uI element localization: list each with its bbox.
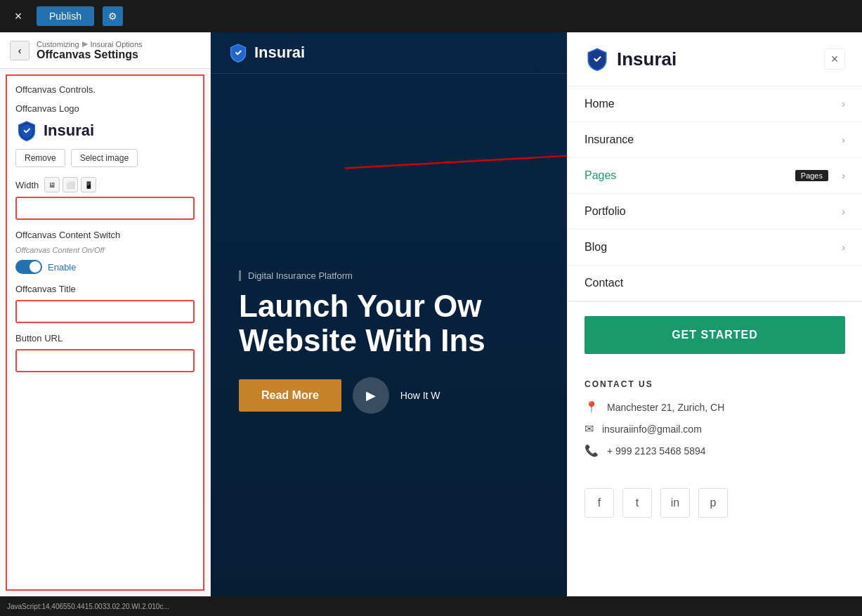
breadcrumb: Customizing ▶ Insurai Options <box>37 39 143 48</box>
contact-address-row: 📍 Manchester 21, Zurich, CH <box>585 400 845 414</box>
nav-list: Home › Insurance › Pages Pages › Portfol… <box>568 86 862 302</box>
right-panel: Insurai × Home › Insurance › Pages Pages… <box>567 32 862 596</box>
right-header: Insurai × <box>568 32 862 86</box>
publish-button[interactable]: Publish <box>37 6 94 26</box>
nav-item-blog[interactable]: Blog › <box>568 230 862 266</box>
left-header-text: Customizing ▶ Insurai Options Offcanvas … <box>37 39 143 61</box>
right-close-button[interactable]: × <box>824 48 845 70</box>
width-desktop-icon[interactable]: 🖥 <box>44 177 60 192</box>
logo-btn-group: Remove Select image <box>15 149 195 167</box>
main-layout: ‹ Customizing ▶ Insurai Options Offcanva… <box>0 32 862 596</box>
play-button[interactable]: ▶ <box>353 377 389 414</box>
nav-item-pages[interactable]: Pages Pages › <box>568 158 862 194</box>
nav-item-home[interactable]: Home › <box>568 86 862 122</box>
width-label: Width 🖥 ⬜ 📱 <box>15 177 195 192</box>
back-button[interactable]: ‹ <box>10 41 30 60</box>
chevron-right-icon: › <box>842 206 845 217</box>
location-icon: 📍 <box>585 400 599 414</box>
logo-text: Insurai <box>44 122 94 140</box>
bottom-bar: JavaScript:14,406550.4415.0033.02.20.WI.… <box>0 596 862 616</box>
contact-title: CONTACT US <box>585 379 845 389</box>
width-icons: 🖥 ⬜ 📱 <box>44 177 96 192</box>
chevron-right-icon: › <box>842 170 845 181</box>
how-it-works-label: How It W <box>400 390 440 401</box>
logo-shield-icon <box>15 119 38 142</box>
logo-preview: Insurai <box>15 119 195 142</box>
nav-item-insurance[interactable]: Insurance › <box>568 122 862 158</box>
remove-image-button[interactable]: Remove <box>15 149 65 167</box>
preview-hero: Digital Insurance Platform Launch Your O… <box>211 74 567 596</box>
preview-background: Insurai Digital Insurance Platform Launc… <box>211 32 567 596</box>
preview-header: Insurai <box>211 32 567 74</box>
left-panel: ‹ Customizing ▶ Insurai Options Offcanva… <box>0 32 211 596</box>
left-header: ‹ Customizing ▶ Insurai Options Offcanva… <box>0 32 210 69</box>
twitter-button[interactable]: t <box>622 488 652 518</box>
publish-gear-button[interactable]: ⚙ <box>103 6 123 26</box>
top-bar: × Publish ⚙ <box>0 0 862 32</box>
facebook-button[interactable]: f <box>585 488 614 518</box>
phone-icon: 📞 <box>585 444 599 457</box>
toggle-row: Enable <box>15 260 195 274</box>
controls-panel: Offcanvas Controls. Offcanvas Logo Insur… <box>6 74 204 591</box>
back-icon: ‹ <box>18 45 22 56</box>
width-mobile-icon[interactable]: 📱 <box>81 177 96 192</box>
logo-field-label: Offcanvas Logo <box>15 103 195 114</box>
preview-logo-shield-icon <box>228 42 249 63</box>
controls-label: Offcanvas Controls. <box>15 84 195 95</box>
button-url-input[interactable]: # <box>15 349 195 372</box>
content-switch-toggle[interactable] <box>15 260 42 274</box>
content-switch-label: Offcanvas Content Switch <box>15 230 195 240</box>
preview-logo: Insurai <box>228 42 305 63</box>
center-preview: Insurai Digital Insurance Platform Launc… <box>211 32 567 596</box>
chevron-right-icon: › <box>842 134 845 145</box>
toggle-label: Enable <box>48 262 76 273</box>
top-bar-close-btn[interactable]: × <box>8 6 28 26</box>
pinterest-button[interactable]: p <box>698 488 728 518</box>
chevron-right-icon: › <box>842 242 845 253</box>
email-icon: ✉ <box>585 422 594 435</box>
offcanvas-title-input[interactable]: Get Started <box>15 300 195 323</box>
get-started-button[interactable]: GET STARTED <box>585 316 845 354</box>
preview-logo-text: Insurai <box>254 44 305 62</box>
preview-subtitle: Digital Insurance Platform <box>239 270 539 281</box>
section-title: Offcanvas Settings <box>37 48 143 61</box>
contact-phone-row: 📞 + 999 2123 5468 5894 <box>585 444 845 457</box>
right-logo-shield-icon <box>585 46 610 72</box>
contact-section: CONTACT US 📍 Manchester 21, Zurich, CH ✉… <box>568 368 862 477</box>
nav-item-contact[interactable]: Contact <box>568 266 862 301</box>
width-tablet-icon[interactable]: ⬜ <box>63 177 78 192</box>
right-logo: Insurai <box>585 46 677 72</box>
pages-badge: Pages <box>795 170 828 181</box>
gear-icon: ⚙ <box>108 11 117 22</box>
content-switch-sublabel: Offcanvas Content On/Off <box>15 246 195 254</box>
chevron-right-icon: › <box>842 98 845 110</box>
button-url-label: Button URL <box>15 333 195 343</box>
social-row: f t in p <box>568 477 862 529</box>
width-input[interactable]: 138px <box>15 197 195 220</box>
instagram-button[interactable]: in <box>660 488 690 518</box>
breadcrumb-arrow-icon: ▶ <box>82 39 88 48</box>
read-more-button[interactable]: Read More <box>239 379 341 412</box>
offcanvas-title-label: Offcanvas Title <box>15 284 195 294</box>
right-logo-text: Insurai <box>617 48 677 70</box>
toggle-thumb <box>30 261 41 273</box>
preview-title: Launch Your Ow Website With Ins <box>239 289 539 358</box>
nav-item-portfolio[interactable]: Portfolio › <box>568 194 862 230</box>
select-image-button[interactable]: Select image <box>71 149 138 167</box>
bottom-status-text: JavaScript:14,406550.4415.0033.02.20.WI.… <box>7 603 169 610</box>
preview-actions: Read More ▶ How It W <box>239 377 539 414</box>
contact-email-row: ✉ insuraiinfo@gmail.com <box>585 422 845 435</box>
